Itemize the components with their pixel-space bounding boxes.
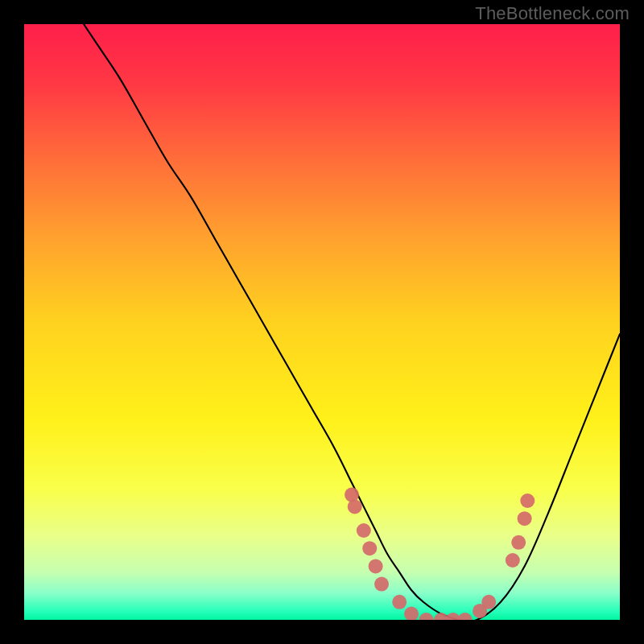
curve-layer — [24, 24, 620, 620]
curve-marker — [369, 559, 383, 573]
chart-stage: TheBottleneck.com — [0, 0, 644, 644]
watermark-label: TheBottleneck.com — [475, 3, 630, 24]
curve-marker — [481, 595, 496, 609]
curve-marker — [374, 577, 389, 592]
plot-area — [24, 24, 620, 620]
curve-marker — [348, 499, 362, 514]
curve-markers — [345, 488, 535, 620]
curve-marker — [392, 595, 407, 609]
curve-marker — [458, 613, 473, 620]
curve-marker — [506, 553, 520, 568]
curve-marker — [362, 541, 377, 555]
curve-marker — [520, 493, 535, 508]
curve-marker — [404, 607, 419, 620]
curve-marker — [511, 535, 526, 550]
curve-marker — [518, 511, 532, 526]
curve-marker — [419, 613, 434, 620]
bottleneck-curve — [84, 24, 620, 620]
curve-marker — [357, 523, 371, 538]
